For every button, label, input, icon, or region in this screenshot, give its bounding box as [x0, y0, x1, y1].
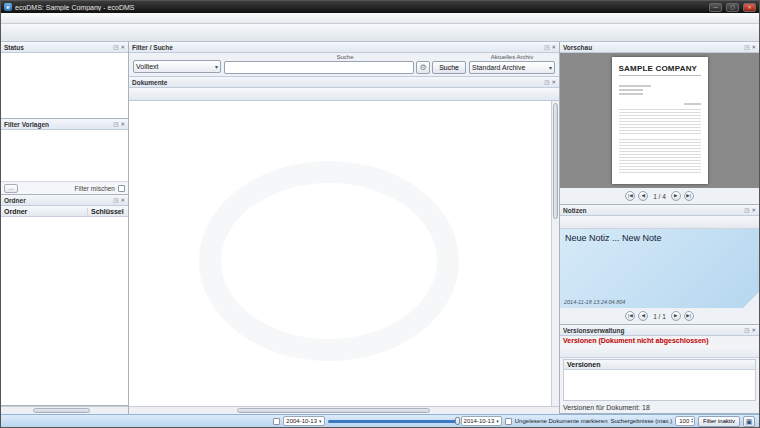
note-content[interactable]: Neue Notiz ... New Note 2014-11-18 13:24…	[560, 229, 759, 308]
notes-panel: Notizen Neue Notiz ... New Note 2014-11-…	[560, 205, 759, 325]
unread-label: Ungelesene Dokumente markieren	[515, 418, 608, 424]
filter-footer: ... Filter mischen	[1, 181, 128, 194]
close-button[interactable]: ✕	[743, 3, 756, 12]
panel-close-icon[interactable]	[551, 43, 556, 52]
preview-doc-title: SAMPLE COMPANY	[619, 64, 701, 73]
archive-select[interactable]: Standard Archive	[469, 61, 555, 74]
unread-checkbox[interactable]	[505, 418, 512, 425]
versions-panel-title: Versionsverwaltung	[563, 327, 624, 334]
folder-column-ordner: Ordner	[1, 208, 88, 215]
folder-panel-title: Ordner	[4, 197, 26, 204]
panel-close-icon[interactable]	[551, 78, 556, 87]
panel-float-icon[interactable]	[744, 326, 749, 335]
documents-table	[129, 88, 559, 414]
last-note-button[interactable]: ▶|	[684, 311, 694, 321]
preview-page-indicator: 1 / 4	[651, 193, 668, 200]
table-hscrollbar[interactable]	[129, 406, 559, 414]
panel-float-icon[interactable]	[744, 43, 749, 52]
panel-close-icon[interactable]	[120, 43, 125, 52]
panel-close-icon[interactable]	[120, 196, 125, 205]
more-filters-button[interactable]: ...	[4, 184, 18, 193]
folder-hscrollbar[interactable]	[1, 406, 128, 414]
documents-panel-title: Dokumente	[132, 79, 167, 86]
center-area: Filter / Suche Volltext Suche ⚙ Suche Ak…	[129, 42, 560, 414]
folder-panel: Ordner Ordner Schlüssel	[1, 195, 128, 406]
archive-group-label: Aktuelles Archiv	[469, 53, 555, 61]
panel-close-icon[interactable]	[751, 206, 756, 215]
first-page-button[interactable]: |◀	[625, 191, 635, 201]
notes-pager: |◀ ◀ 1 / 1 ▶ ▶|	[560, 308, 759, 324]
versions-panel: Versionsverwaltung Versionen (Dokument n…	[560, 325, 759, 414]
session-icon[interactable]: ▣	[743, 416, 755, 427]
mix-filter-label: Filter mischen	[75, 185, 115, 192]
results-label: Suchergebnisse (max.)	[611, 418, 673, 424]
fulltext-select[interactable]: Volltext	[133, 60, 221, 73]
panel-float-icon[interactable]	[113, 120, 118, 129]
next-note-button[interactable]: ▶	[671, 311, 681, 321]
prev-page-button[interactable]: ◀	[638, 191, 648, 201]
versions-list: Versionen	[563, 359, 756, 401]
table-vscrollbar[interactable]	[551, 101, 559, 406]
last-page-button[interactable]: ▶|	[684, 191, 694, 201]
date-from-field[interactable]: 2004-10-13	[283, 416, 324, 426]
right-sidebar: Vorschau SAMPLE COMPANY |◀ ◀	[560, 42, 759, 414]
status-panel-title: Status	[4, 44, 24, 51]
preview-panel-title: Vorschau	[563, 44, 592, 51]
note-text: Neue Notiz ... New Note	[565, 233, 754, 243]
panel-float-icon[interactable]	[113, 196, 118, 205]
next-page-button[interactable]: ▶	[671, 191, 681, 201]
main-area: Status Filter Vorlagen ... Filter mische…	[1, 42, 759, 414]
title-bar: e ecoDMS: Sample Company - ecoDMS — ▢ ✕	[1, 1, 759, 13]
status-panel: Status	[1, 42, 128, 119]
panel-float-icon[interactable]	[544, 43, 549, 52]
gear-icon: ⚙	[420, 63, 427, 72]
minimize-button[interactable]: —	[709, 3, 722, 12]
window-title: ecoDMS: Sample Company - ecoDMS	[15, 4, 705, 11]
menu-bar	[1, 13, 759, 24]
mix-filter-checkbox[interactable]	[118, 185, 125, 192]
document-preview[interactable]: SAMPLE COMPANY	[560, 53, 759, 188]
folder-column-schluessel: Schlüssel	[88, 208, 128, 215]
timeline-checkbox[interactable]	[273, 418, 280, 425]
left-sidebar: Status Filter Vorlagen ... Filter mische…	[1, 42, 129, 414]
search-settings-button[interactable]: ⚙	[416, 61, 430, 74]
results-spinner[interactable]: 100▴▾	[675, 416, 695, 426]
note-timestamp: 2014-11-18 13:24:04.804	[564, 299, 625, 305]
preview-panel: Vorschau SAMPLE COMPANY |◀ ◀	[560, 42, 759, 205]
versions-list-header: Versionen	[564, 360, 755, 370]
versions-footer: Versionen für Dokument: 18	[560, 402, 759, 413]
panel-float-icon[interactable]	[113, 43, 118, 52]
folder-columns: Ordner Schlüssel	[1, 206, 128, 217]
app-icon: e	[4, 3, 12, 11]
panel-close-icon[interactable]	[751, 43, 756, 52]
filter-panel-title: Filter Vorlagen	[4, 121, 49, 128]
panel-float-icon[interactable]	[544, 78, 549, 87]
main-toolbar	[1, 24, 759, 42]
preview-page: SAMPLE COMPANY	[612, 57, 708, 184]
search-row: Volltext Suche ⚙ Suche Aktuelles Archiv …	[129, 53, 559, 77]
preview-pager: |◀ ◀ 1 / 4 ▶ ▶|	[560, 188, 759, 204]
search-button[interactable]: Suche	[432, 61, 466, 74]
panel-float-icon[interactable]	[744, 206, 749, 215]
search-input[interactable]	[224, 61, 414, 74]
note-page-indicator: 1 / 1	[651, 313, 668, 320]
table-body	[129, 101, 551, 406]
table-header	[129, 88, 559, 101]
prev-note-button[interactable]: ◀	[638, 311, 648, 321]
versions-warning: Versionen (Dokument nicht abgeschlossen)	[560, 336, 759, 345]
date-to-field[interactable]: 2014-10-13	[461, 416, 502, 426]
status-bar: 2004-10-13 2014-10-13 Ungelesene Dokumen…	[1, 414, 759, 427]
filter-templates-panel: Filter Vorlagen ... Filter mischen	[1, 119, 128, 195]
panel-close-icon[interactable]	[120, 120, 125, 129]
maximize-button[interactable]: ▢	[726, 3, 739, 12]
ecodms-window: e ecoDMS: Sample Company - ecoDMS — ▢ ✕ …	[0, 0, 760, 428]
panel-close-icon[interactable]	[751, 326, 756, 335]
notes-panel-title: Notizen	[563, 207, 586, 214]
filter-inactive-button[interactable]: Filter inaktiv	[698, 416, 740, 427]
timeline-slider[interactable]	[328, 420, 458, 423]
first-note-button[interactable]: |◀	[625, 311, 635, 321]
search-panel-title: Filter / Suche	[132, 44, 173, 51]
search-group-label: Suche	[224, 53, 466, 61]
